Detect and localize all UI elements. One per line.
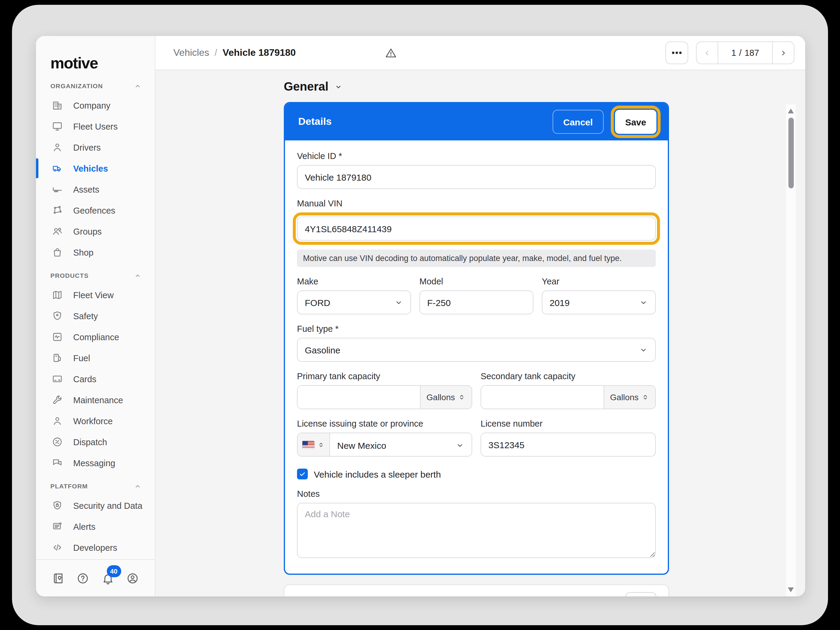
general-section-toggle[interactable]: General (284, 80, 669, 93)
fuel-type-select[interactable]: Gasoline (297, 338, 656, 362)
country-flag-select[interactable] (298, 433, 330, 456)
license-number-input[interactable] (481, 433, 656, 456)
primary-tank-unit-value: Gallons (426, 392, 455, 402)
model-field: Model (419, 276, 534, 314)
manual-vin-field: Manual VIN Motive can use VIN decoding t… (297, 199, 656, 267)
make-field: Make FORD (297, 276, 411, 314)
chevron-left-icon (703, 48, 712, 57)
next-record-button[interactable] (773, 42, 794, 63)
breadcrumb-vehicles-link[interactable]: Vehicles (174, 47, 209, 58)
shield-icon (52, 310, 63, 322)
warning-triangle-icon (385, 46, 397, 59)
next-card-button[interactable] (625, 592, 657, 597)
sidebar-item-label: Fleet View (73, 290, 114, 300)
primary-tank-group: Gallons (297, 385, 472, 409)
geofence-icon (52, 205, 63, 216)
sidebar-item-label: Shop (73, 248, 93, 257)
scrollbar-thumb[interactable] (788, 118, 794, 188)
sidebar-item-alerts[interactable]: Alerts (36, 516, 155, 537)
sidebar-item-fleet-users[interactable]: Fleet Users (36, 116, 155, 137)
sidebar-item-workforce[interactable]: Workforce (36, 411, 155, 431)
year-select[interactable]: 2019 (542, 291, 656, 314)
save-button[interactable]: Save (615, 110, 657, 134)
notifications-bell-button[interactable]: 40 (101, 572, 114, 585)
details-card-body: Vehicle ID * Manual VIN Motive can use V… (285, 141, 668, 573)
sidebar-item-company[interactable]: Company (36, 95, 155, 116)
secondary-tank-unit-select[interactable]: Gallons (603, 386, 655, 409)
secondary-tank-field: Secondary tank capacity Gallons (481, 371, 656, 409)
sidebar-item-shop[interactable]: Shop (36, 242, 155, 263)
sidebar-item-label: Safety (73, 311, 98, 321)
vertical-scrollbar[interactable] (786, 104, 796, 597)
year-value: 2019 (549, 297, 639, 308)
sidebar-item-assets[interactable]: Assets (36, 179, 155, 200)
sidebar-item-cards[interactable]: Cards (36, 368, 155, 389)
secondary-tank-unit-value: Gallons (610, 392, 639, 402)
license-state-value: New Mexico (337, 440, 455, 450)
fuel-type-label: Fuel type * (297, 324, 656, 333)
next-card-partial (284, 584, 669, 597)
shield-lock-icon (52, 500, 63, 511)
license-state-select[interactable]: New Mexico (330, 433, 472, 456)
unit-spinner-icon (458, 392, 466, 402)
make-select[interactable]: FORD (297, 291, 411, 314)
help-button[interactable] (76, 572, 90, 585)
person-icon (52, 415, 63, 426)
top-bar-actions: 1 / 187 (665, 36, 794, 69)
notes-textarea[interactable] (297, 503, 656, 558)
vehicle-id-input[interactable] (297, 165, 656, 189)
secondary-tank-group: Gallons (481, 385, 656, 409)
notification-count-badge: 40 (106, 565, 121, 577)
sidebar-item-maintenance[interactable]: Maintenance (36, 389, 155, 411)
secondary-tank-input[interactable] (481, 386, 603, 409)
sidebar-item-fleet-view[interactable]: Fleet View (36, 284, 155, 305)
primary-tank-input[interactable] (298, 386, 420, 409)
credit-card-icon (52, 373, 63, 385)
sleeper-berth-checkbox-row[interactable]: Vehicle includes a sleeper berth (297, 469, 656, 479)
chevron-down-icon (335, 82, 343, 91)
sidebar-item-vehicles[interactable]: Vehicles (36, 158, 155, 179)
company-icon (52, 99, 63, 111)
sidebar-nav: ORGANIZATIONCompanyFleet UsersDriversVeh… (36, 71, 155, 559)
main-content: General Details Cancel Save Vehicle ID * (155, 70, 796, 597)
sidebar-item-safety[interactable]: Safety (36, 305, 155, 327)
groups-icon (52, 226, 63, 237)
wrench-icon (52, 394, 63, 406)
logbook-button[interactable] (52, 572, 65, 585)
record-pagination: 1 / 187 (696, 41, 794, 64)
page-title: General (284, 80, 328, 93)
manual-vin-highlight-annotation (293, 212, 660, 245)
sidebar-item-developers[interactable]: Developers (36, 537, 155, 558)
dispatch-icon (52, 436, 63, 448)
account-button[interactable] (126, 572, 139, 585)
checkmark-icon (299, 471, 306, 478)
previous-record-button[interactable] (696, 42, 718, 63)
sidebar-item-messaging[interactable]: Messaging (36, 452, 155, 474)
sidebar-item-fuel[interactable]: Fuel (36, 347, 155, 368)
messaging-icon (52, 457, 63, 469)
sidebar-item-compliance[interactable]: Compliance (36, 327, 155, 347)
scroll-up-arrow[interactable] (788, 109, 794, 114)
chart-icon (52, 331, 63, 343)
sidebar-section-platform[interactable]: PLATFORM (36, 477, 155, 495)
record-total: 187 (745, 48, 759, 58)
sidebar-item-security-and-data[interactable]: Security and Data (36, 495, 155, 516)
model-input[interactable] (419, 291, 534, 314)
sidebar-item-dispatch[interactable]: Dispatch (36, 431, 155, 452)
sidebar-section-products[interactable]: PRODUCTS (36, 267, 155, 284)
fuel-pump-icon (52, 352, 63, 363)
sidebar-item-geofences[interactable]: Geofences (36, 200, 155, 221)
sidebar-item-drivers[interactable]: Drivers (36, 137, 155, 158)
primary-tank-unit-select[interactable]: Gallons (420, 386, 472, 409)
scroll-down-arrow[interactable] (788, 587, 794, 592)
cancel-button[interactable]: Cancel (553, 110, 603, 134)
sidebar-item-groups[interactable]: Groups (36, 221, 155, 242)
manual-vin-input[interactable] (297, 216, 656, 241)
make-model-year-row: Make FORD Model Year (297, 276, 656, 314)
map-icon (52, 289, 63, 301)
more-options-button[interactable] (665, 41, 688, 64)
sidebar-section-organization[interactable]: ORGANIZATION (36, 77, 155, 95)
alerts-icon (52, 521, 63, 532)
sidebar-item-label: Fuel (73, 353, 90, 363)
sleeper-berth-checkbox[interactable] (297, 469, 308, 479)
